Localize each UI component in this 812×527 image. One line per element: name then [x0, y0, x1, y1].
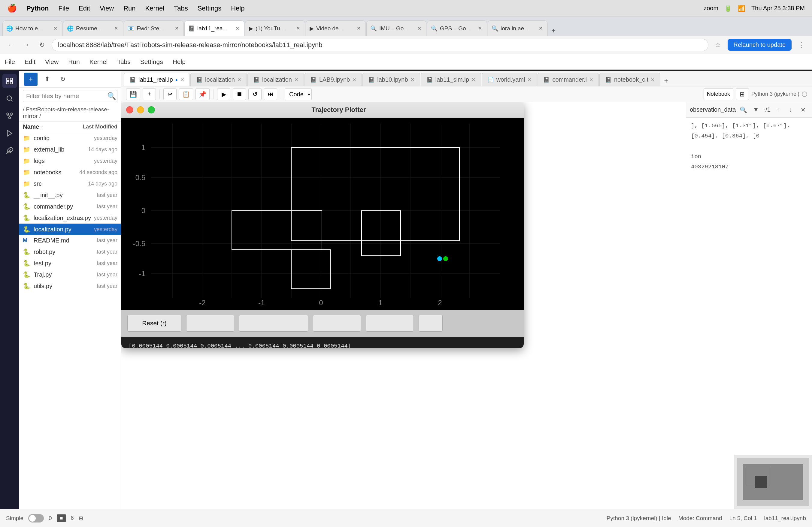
prev-result-button[interactable]: ↑	[773, 104, 783, 115]
notebook-button[interactable]: Notebook	[704, 88, 733, 100]
sidebar-toggle[interactable]: ⊞	[736, 88, 749, 100]
nb-tab-notebook-c[interactable]: 📓 notebook_c.t ✕	[599, 73, 661, 86]
nb-tab-close[interactable]: ✕	[237, 77, 241, 82]
nb-tab-close[interactable]: ✕	[589, 77, 593, 82]
menu-kernel[interactable]: Kernel	[145, 4, 164, 12]
nb-tab-close[interactable]: ✕	[410, 77, 415, 82]
nb-tab-close[interactable]: ✕	[527, 77, 531, 82]
nb-tab-world[interactable]: 📄 world.yaml ✕	[482, 73, 537, 86]
list-item-selected[interactable]: 🐍 localization.py yesterday	[19, 224, 121, 235]
tab-close-resume[interactable]: ✕	[113, 25, 119, 32]
list-item[interactable]: 📁 src 14 days ago	[19, 178, 121, 190]
new-file-button[interactable]: +	[24, 73, 38, 86]
sidebar-search-icon[interactable]	[2, 91, 17, 106]
new-notebook-tab-button[interactable]: +	[661, 77, 671, 85]
tab-lab11[interactable]: 📓 lab11_rea... ✕	[184, 20, 244, 36]
apple-menu[interactable]: 🍎	[7, 4, 17, 13]
tab-video[interactable]: ▶ Video de... ✕	[306, 20, 366, 36]
ctrl-btn-2[interactable]	[186, 315, 234, 332]
new-tab-button[interactable]: +	[548, 26, 559, 35]
close-window-button[interactable]	[126, 106, 133, 114]
cut-cell-button[interactable]: ✂	[163, 88, 177, 100]
ctrl-btn-6[interactable]	[419, 315, 443, 332]
nb-tab-localization1[interactable]: 📓 localization ✕	[190, 73, 247, 86]
list-item[interactable]: 🐍 __init__.py last year	[19, 190, 121, 201]
next-result-button[interactable]: ↓	[786, 104, 796, 115]
reset-button[interactable]: Reset (r)	[127, 315, 182, 332]
list-item[interactable]: 📁 notebooks 44 seconds ago	[19, 167, 121, 178]
search-icon-button[interactable]: 🔍	[738, 104, 748, 115]
restart-kernel-button[interactable]: ↺	[248, 88, 262, 100]
back-button[interactable]: ←	[5, 39, 17, 51]
save-button[interactable]: 💾	[126, 88, 140, 100]
sidebar-extensions-icon[interactable]	[2, 144, 17, 158]
nb-tab-close[interactable]: ✕	[472, 77, 475, 82]
list-item[interactable]: 🐍 commander.py last year	[19, 201, 121, 212]
stop-kernel-button[interactable]: ⏹	[233, 88, 246, 100]
simple-mode-toggle[interactable]	[28, 514, 44, 523]
jmenu-view[interactable]: View	[45, 58, 59, 65]
app-name[interactable]: Python	[26, 4, 49, 12]
jmenu-tabs[interactable]: Tabs	[117, 58, 130, 65]
list-item[interactable]: 🐍 utils.py last year	[19, 280, 121, 292]
nb-tab-lab10[interactable]: 📓 lab10.ipynb ✕	[362, 73, 420, 86]
list-item[interactable]: 📁 external_lib 14 days ago	[19, 144, 121, 155]
menu-settings[interactable]: Settings	[198, 4, 222, 12]
copy-cell-button[interactable]: 📋	[179, 88, 193, 100]
tab-close-email[interactable]: ✕	[174, 25, 180, 32]
cell-type-select[interactable]: Code	[285, 88, 312, 100]
sidebar-run-icon[interactable]	[2, 126, 17, 140]
minimize-window-button[interactable]	[137, 106, 144, 114]
list-item[interactable]: 🐍 test.py last year	[19, 257, 121, 269]
nb-tab-lab9[interactable]: 📓 LAB9.ipynb ✕	[304, 73, 362, 86]
list-item[interactable]: 🐍 localization_extras.py yesterday	[19, 212, 121, 224]
tab-close-lora[interactable]: ✕	[538, 25, 544, 32]
run-cell-button[interactable]: ▶	[217, 88, 230, 100]
update-button[interactable]: Relaunch to update	[728, 39, 792, 51]
address-input[interactable]	[52, 39, 708, 51]
ctrl-btn-3[interactable]	[239, 315, 308, 332]
jmenu-edit[interactable]: Edit	[25, 58, 35, 65]
list-item[interactable]: 🐍 robot.py last year	[19, 246, 121, 257]
refresh-button[interactable]: ↻	[57, 73, 69, 85]
nb-tab-close[interactable]: ✕	[651, 77, 655, 82]
tab-email[interactable]: 📧 Fwd: Ste... ✕	[124, 20, 184, 36]
maximize-window-button[interactable]	[148, 106, 155, 114]
jmenu-run[interactable]: Run	[68, 58, 80, 65]
jmenu-help[interactable]: Help	[173, 58, 186, 65]
nb-tab-close[interactable]: ✕	[180, 77, 184, 82]
tab-gps[interactable]: 🔍 GPS – Go... ✕	[427, 20, 487, 36]
sidebar-git-icon[interactable]	[2, 109, 17, 123]
close-search-button[interactable]: ✕	[798, 104, 808, 115]
ctrl-btn-4[interactable]	[313, 315, 361, 332]
menu-tabs[interactable]: Tabs	[174, 4, 188, 12]
jmenu-kernel[interactable]: Kernel	[89, 58, 108, 65]
nb-tab-close[interactable]: ✕	[294, 77, 298, 82]
nb-tab-localization2[interactable]: 📓 localization ✕	[247, 73, 304, 86]
tab-how-to[interactable]: 🌐 How to e... ✕	[2, 20, 62, 36]
filter-icon-button[interactable]: ▼	[751, 104, 761, 115]
sidebar-files-icon[interactable]	[2, 74, 17, 88]
tab-close-how-to[interactable]: ✕	[52, 25, 59, 32]
tab-youtube1[interactable]: ▶ (1) YouTu... ✕	[245, 20, 305, 36]
nb-tab-lab11sim[interactable]: 📓 lab11_sim.ip ✕	[421, 73, 481, 86]
reload-button[interactable]: ↻	[36, 39, 48, 51]
nb-tab-commander[interactable]: 📓 commander.i ✕	[538, 73, 599, 86]
list-item[interactable]: 📁 logs yesterday	[19, 155, 121, 167]
nb-tab-close[interactable]: ✕	[352, 77, 356, 82]
file-search-box[interactable]: 🔍	[23, 90, 117, 102]
tab-imu[interactable]: 🔍 IMU – Go... ✕	[366, 20, 426, 36]
list-item[interactable]: 📁 config yesterday	[19, 132, 121, 144]
jmenu-file[interactable]: File	[5, 58, 15, 65]
ctrl-btn-5[interactable]	[366, 315, 414, 332]
upload-button[interactable]: ⬆	[41, 73, 53, 85]
jmenu-settings[interactable]: Settings	[140, 58, 163, 65]
menu-file[interactable]: File	[59, 4, 69, 12]
tab-close-video[interactable]: ✕	[356, 25, 362, 32]
tab-close-lab11[interactable]: ✕	[234, 25, 241, 32]
paste-cell-button[interactable]: 📌	[195, 88, 209, 100]
tab-close-youtube1[interactable]: ✕	[295, 25, 301, 32]
bookmark-button[interactable]: ☆	[712, 39, 724, 51]
run-all-button[interactable]: ⏭	[264, 88, 277, 100]
forward-button[interactable]: →	[20, 39, 32, 51]
